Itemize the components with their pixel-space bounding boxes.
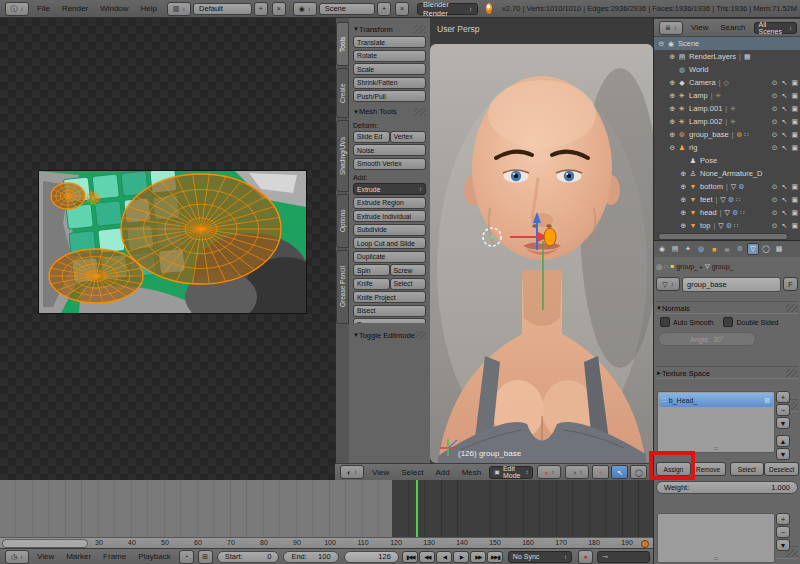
eye-icon[interactable]: ⊙ <box>772 118 778 125</box>
knife-project-button[interactable]: Knife Project <box>353 291 426 303</box>
current-frame-field[interactable]: 126 <box>344 551 399 563</box>
list-resize-handle[interactable]: = <box>714 557 719 561</box>
breadcrumb-item[interactable]: group_ <box>676 263 698 270</box>
duplicate-button[interactable]: Duplicate <box>353 251 426 263</box>
properties-tab-scene[interactable]: ✦ <box>682 243 694 255</box>
fake-user-button[interactable]: F <box>783 277 798 291</box>
subdivide-button[interactable]: Subdivide <box>353 224 426 236</box>
remove-button[interactable]: Remove <box>691 462 726 476</box>
expand-icon[interactable]: ⊕ <box>679 170 688 178</box>
deselect-button[interactable]: Deselect <box>764 462 799 476</box>
bone-tip-widget[interactable] <box>544 228 556 246</box>
topbar-menu-render[interactable]: Render <box>62 4 88 13</box>
eye-icon[interactable]: ⊙ <box>772 222 778 229</box>
translate-button[interactable]: Translate <box>353 36 426 48</box>
toolshelf-tab-grease-pencil[interactable]: Grease Pencil <box>336 250 349 324</box>
push-pull-button[interactable]: Push/Pull <box>353 90 426 102</box>
render-icon[interactable]: ▣ <box>791 118 798 125</box>
vertex-button[interactable]: Vertex <box>390 131 427 143</box>
pointer-icon[interactable]: ↖ <box>782 196 788 203</box>
next-keyframe-button[interactable]: ▶▶ <box>470 551 486 563</box>
manipulator-axis-button[interactable]: + <box>592 465 609 479</box>
breadcrumb-item[interactable]: group_ <box>712 263 734 270</box>
timeline-ruler[interactable]: 1020304050607080901001101201301401501601… <box>0 537 653 548</box>
vertex-group-item-active[interactable]: ∷ b_Head_ ▥ <box>659 393 773 407</box>
pointer-icon[interactable]: ↖ <box>782 144 788 151</box>
viewport-menu-add[interactable]: Add <box>435 468 449 477</box>
viewport-menu-view[interactable]: View <box>372 468 389 477</box>
expand-icon[interactable]: ⊕ <box>679 196 688 204</box>
topbar-menu-help[interactable]: Help <box>141 4 157 13</box>
vg-side-button-2[interactable]: ▼ <box>776 417 790 429</box>
sk-side-button-0[interactable]: + <box>776 513 790 525</box>
eye-icon[interactable]: ⊙ <box>772 209 778 216</box>
scene-browse-button[interactable]: ◉↕ <box>293 2 317 16</box>
play-button[interactable]: ▶ <box>453 551 469 563</box>
outliner-row-camera[interactable]: ⊕◆Camera|◇⊙↖▣ <box>654 76 800 89</box>
outliner-menu-view[interactable]: View <box>691 23 708 32</box>
outliner-row-world[interactable]: ◍World <box>654 63 800 76</box>
outliner-row-lamp[interactable]: ⊕✳Lamp|✳⊙↖▣ <box>654 89 800 102</box>
jump-to-end-button[interactable]: ▶▶▮ <box>487 551 503 563</box>
pointer-icon[interactable]: ↖ <box>782 183 788 190</box>
scene-name-field[interactable]: Scene <box>319 3 375 15</box>
outliner-menu-search[interactable]: Search <box>720 23 745 32</box>
properties-tab-world[interactable]: ◍ <box>695 243 707 255</box>
outliner-row-head[interactable]: ⊕▼head|▽⚙∷⊙↖▣ <box>654 206 800 219</box>
use-preview-range-toggle[interactable]: ◔ <box>179 550 194 564</box>
render-icon[interactable]: ▣ <box>791 144 798 151</box>
pointer-icon[interactable]: ↖ <box>782 131 788 138</box>
mode-select[interactable]: ▣ Edit Mode ↕ <box>489 466 533 479</box>
mesh-browse-button[interactable]: ▽ ↕ <box>656 277 680 291</box>
pointer-icon[interactable]: ↖ <box>782 118 788 125</box>
outliner-row-rig[interactable]: ⊖♟rig⊙↖▣ <box>654 141 800 154</box>
outliner-hscrollbar[interactable] <box>658 233 788 240</box>
bisect-button[interactable]: Bisect <box>353 305 426 317</box>
eye-icon[interactable]: ⊙ <box>772 105 778 112</box>
toolshelf-tab-tools[interactable]: Tools <box>336 22 349 66</box>
outliner-row-bottom[interactable]: ⊕▼bottom|▽⚙⊙↖▣ <box>654 180 800 193</box>
editor-type-button[interactable]: ◷ ↕ <box>5 550 29 564</box>
expand-icon[interactable]: ⊕ <box>668 105 677 113</box>
expand-icon[interactable]: ⊕ <box>668 79 677 87</box>
knife-button[interactable]: Knife <box>353 278 390 290</box>
pointer-icon[interactable]: ↖ <box>782 92 788 99</box>
slide-ed-button[interactable]: Slide Ed <box>353 131 390 143</box>
add-scene-button[interactable]: + <box>377 2 391 16</box>
pointer-icon[interactable]: ↖ <box>782 222 788 229</box>
outliner-row-lamp-002[interactable]: ⊕✳Lamp.002|✳⊙↖▣ <box>654 115 800 128</box>
eye-icon[interactable]: ⊙ <box>772 131 778 138</box>
eye-icon[interactable]: ⊙ <box>772 196 778 203</box>
rotate-button[interactable]: Rotate <box>353 50 426 62</box>
render-icon[interactable]: ▣ <box>791 196 798 203</box>
timeline-hscrollbar[interactable] <box>2 539 88 548</box>
shape-keys-list[interactable]: = <box>657 513 775 563</box>
collapse-icon[interactable]: ⊖ <box>657 40 666 48</box>
expand-icon[interactable]: ⊕ <box>679 222 688 230</box>
lock-time-cursor-toggle[interactable]: ⊞ <box>198 550 213 564</box>
properties-tab-material[interactable]: ◯ <box>760 243 772 255</box>
add-layout-button[interactable]: + <box>254 2 268 16</box>
properties-tab-object[interactable]: ■ <box>708 243 720 255</box>
expand-icon[interactable]: ⊕ <box>668 92 677 100</box>
viewport-menu-mesh[interactable]: Mesh <box>462 468 482 477</box>
properties-tab-render[interactable]: ◉ <box>656 243 668 255</box>
timeline-menu-playback[interactable]: Playback <box>138 552 170 561</box>
vertex-group-list[interactable]: ∷ b_Head_ ▥ = <box>657 391 775 453</box>
render-icon[interactable]: ▣ <box>791 131 798 138</box>
toggle-editmode-panel-header[interactable]: Toggle Editmode <box>353 329 426 341</box>
extrude-region-button[interactable]: Extrude Region <box>353 197 426 209</box>
sk-side-button-2[interactable]: ▼ <box>776 539 790 551</box>
editor-type-button[interactable]: ◐ ↕ <box>340 465 364 479</box>
sync-mode-select[interactable]: No Sync ↕ <box>508 551 572 563</box>
texture-space-panel-header[interactable]: Texture Space <box>656 366 798 379</box>
expand-icon[interactable]: ⊕ <box>668 118 677 126</box>
sk-side-button-1[interactable]: − <box>776 526 790 538</box>
outliner-row-lamp-001[interactable]: ⊕✳Lamp.001|✳⊙↖▣ <box>654 102 800 115</box>
timeline-menu-frame[interactable]: Frame <box>103 552 126 561</box>
list-resize-handle[interactable]: = <box>714 447 719 451</box>
render-icon[interactable]: ▣ <box>791 183 798 190</box>
display-filter-select[interactable]: All Scenes ↕ <box>754 22 797 34</box>
end-frame-field[interactable]: End: 100 <box>283 551 338 563</box>
editor-type-button[interactable]: ≣ ↕ <box>659 21 683 35</box>
